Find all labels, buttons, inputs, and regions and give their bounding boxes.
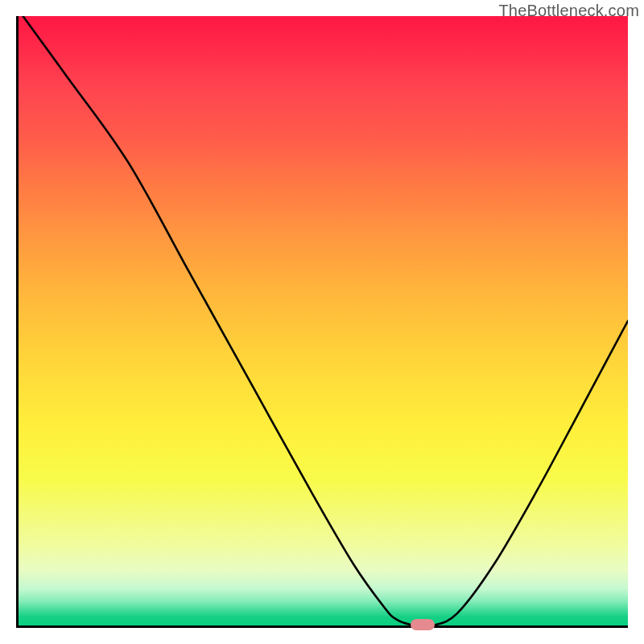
chart-container: TheBottleneck.com — [0, 0, 644, 644]
optimal-marker — [411, 619, 435, 630]
bottleneck-curve — [19, 16, 628, 625]
plot-area — [16, 16, 628, 628]
curve-svg — [19, 16, 628, 625]
